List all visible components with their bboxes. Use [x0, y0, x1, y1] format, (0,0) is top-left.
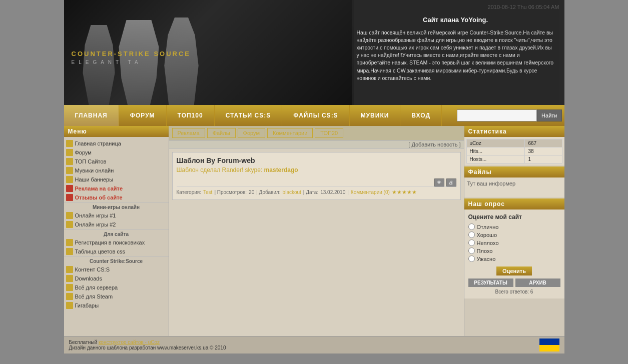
logo-area: COUNTER-STRIKE SOURCE ELEGANT TA [64, 0, 354, 105]
files-title: Файлы [464, 166, 564, 178]
action-btn-eye[interactable]: 👁 [434, 178, 444, 186]
list-item[interactable]: Таблица цветов css [64, 247, 169, 256]
menu-link-reklama[interactable]: Реклама на сайте [66, 185, 167, 192]
nav-item-faily[interactable]: ФАЙЛЫ CS:S [282, 105, 349, 126]
list-item[interactable]: Регистрация в поисковиках [64, 238, 169, 247]
menu-link-forum[interactable]: Форум [66, 149, 167, 156]
list-item[interactable]: Главная страница [64, 139, 169, 148]
tab-top20[interactable]: ТОП20 [315, 128, 343, 138]
poll-results-button[interactable]: РЕЗУЛЬТАТЫ [468, 278, 513, 287]
poll-radio-2[interactable] [468, 232, 475, 238]
nav-item-top100[interactable]: ТОП100 [167, 105, 215, 126]
flag-blue [539, 338, 559, 345]
menu-link-reg[interactable]: Регистрация в поисковиках [66, 239, 167, 246]
menu-icon [66, 221, 73, 228]
menu-icon [66, 275, 73, 282]
article-meta: Категория: Test | Просмотров: 20 | Добав… [177, 186, 456, 196]
list-item[interactable]: Всё для Steam [64, 292, 169, 301]
search-input[interactable] [457, 110, 537, 122]
article-author[interactable]: blackout [283, 190, 301, 195]
article-category[interactable]: Test [203, 190, 212, 195]
poll-radio-5[interactable] [468, 256, 475, 262]
poll-buttons: РЕЗУЛЬТАТЫ АРХИВ [468, 278, 560, 287]
clan-title: Сайт клана YoYoing. [357, 15, 554, 25]
poll-box: Наш опрос Оцените мой сайт Отлично Хорош… [464, 198, 564, 298]
nav-item-forum[interactable]: ФОРУМ [119, 105, 167, 126]
add-news-link[interactable]: [ Добавить новость ] [408, 142, 460, 148]
list-item[interactable]: Наши баннеры [64, 175, 169, 184]
footer-flag [539, 338, 559, 352]
menu-link-otzyvy[interactable]: Отзывы об сайте [66, 194, 167, 201]
poll-radio-3[interactable] [468, 240, 475, 246]
list-item[interactable]: ТОП Сайтов [64, 157, 169, 166]
menu-icon [66, 248, 73, 255]
menu-link-muviki[interactable]: Мувики онлайн [66, 167, 167, 174]
menu-link-bannery[interactable]: Наши баннеры [66, 176, 167, 183]
tab-faily[interactable]: Файлы [207, 128, 236, 138]
list-item[interactable]: Контент CS:S [64, 265, 169, 274]
content-wrapper: Меню Главная страница Форум [64, 126, 564, 336]
list-item[interactable]: Гигабары [64, 301, 169, 310]
stats-box: Статистика uCoz 667 Hits... 38 [464, 126, 564, 166]
menu-icon [66, 176, 73, 183]
center-tabs: Реклама Файлы Форум Комментарии ТОП20 [169, 126, 464, 140]
list-item[interactable]: Реклама на сайте [64, 184, 169, 193]
menu-link-downloads[interactable]: Downloads [66, 275, 167, 282]
menu-icon [66, 302, 73, 309]
header-right-text: Сайт клана YoYoing. Наш сайт посвящён ве… [352, 0, 559, 105]
ucoz-link[interactable]: конструктор сайтов - uCoz [99, 340, 160, 345]
list-item[interactable]: Всё для сервера [64, 283, 169, 292]
list-item[interactable]: Мувики онлайн [64, 166, 169, 175]
menu-icon [66, 284, 73, 291]
article-skype: masterdago [264, 166, 298, 174]
article-actions: 👁 🖨 [177, 176, 456, 186]
menu-link-top[interactable]: ТОП Сайтов [66, 158, 167, 165]
article-comments[interactable]: Комментарии (0) [351, 190, 390, 195]
menu-link-gigabary[interactable]: Гигабары [66, 302, 167, 309]
article-stars: ★★★★★ [392, 189, 417, 196]
list-item[interactable]: Downloads [64, 274, 169, 283]
files-box: Файлы Тут ваш информер [464, 166, 564, 198]
menu-link-online2[interactable]: Онлайн игры #2 [66, 221, 167, 228]
poll-vote-button[interactable]: Оценить [496, 266, 532, 276]
menu-link-glavnaya[interactable]: Главная страница [66, 140, 167, 147]
list-item[interactable]: Онлайн игры #2 [64, 220, 169, 229]
menu-link-kontent[interactable]: Контент CS:S [66, 266, 167, 273]
header-description: Наш сайт посвящён великой геймерской игр… [357, 29, 554, 82]
list-item[interactable]: Форум [64, 148, 169, 157]
footer-text: Бесплатный конструктор сайтов - uCoz Диз… [69, 340, 226, 350]
nav-item-muviki[interactable]: МУВИКИ [350, 105, 401, 126]
flag-yellow [539, 345, 559, 352]
menu-link-steam[interactable]: Всё для Steam [66, 293, 167, 300]
menu-link-server[interactable]: Всё для сервера [66, 284, 167, 291]
action-btn-print[interactable]: 🖨 [446, 178, 456, 186]
poll-archive-button[interactable]: АРХИВ [515, 278, 560, 287]
tab-forum[interactable]: Форум [238, 128, 265, 138]
menu-icon [66, 185, 73, 192]
poll-option-1: Отлично [468, 224, 560, 230]
tab-reklama[interactable]: Реклама [172, 128, 205, 138]
poll-radio-1[interactable] [468, 224, 475, 230]
poll-radio-4[interactable] [468, 248, 475, 254]
nav-item-vhod[interactable]: ВХОД [400, 105, 442, 126]
nav-bar: ГЛАВНАЯ ФОРУМ ТОП100 СТАТЬИ CS:S ФАЙЛЫ C… [64, 105, 564, 126]
nav-item-stati[interactable]: СТАТЬИ CS:S [215, 105, 283, 126]
article-title: Шаблон By Forum-web [177, 156, 456, 164]
nav-search: Найти [457, 105, 564, 126]
tab-kommentarii[interactable]: Комментарии [267, 128, 313, 138]
menu-icon [66, 212, 73, 219]
list-item[interactable]: Онлайн игры #1 [64, 211, 169, 220]
menu-link-online1[interactable]: Онлайн игры #1 [66, 212, 167, 219]
files-content: Тут ваш информер [464, 178, 564, 198]
section-label-dlya: Для сайта [64, 229, 169, 238]
menu-icon [66, 194, 73, 201]
search-button[interactable]: Найти [537, 110, 561, 122]
section-label-css: Counter Strike:Source [64, 256, 169, 265]
poll-question: Оцените мой сайт [468, 214, 560, 220]
nav-item-glavnaya[interactable]: ГЛАВНАЯ [64, 105, 119, 126]
add-news-bar: [ Добавить новость ] [169, 140, 464, 149]
menu-icon [66, 266, 73, 273]
list-item[interactable]: Отзывы об сайте [64, 193, 169, 202]
menu-icon [66, 140, 73, 147]
menu-link-colors[interactable]: Таблица цветов css [66, 248, 167, 255]
